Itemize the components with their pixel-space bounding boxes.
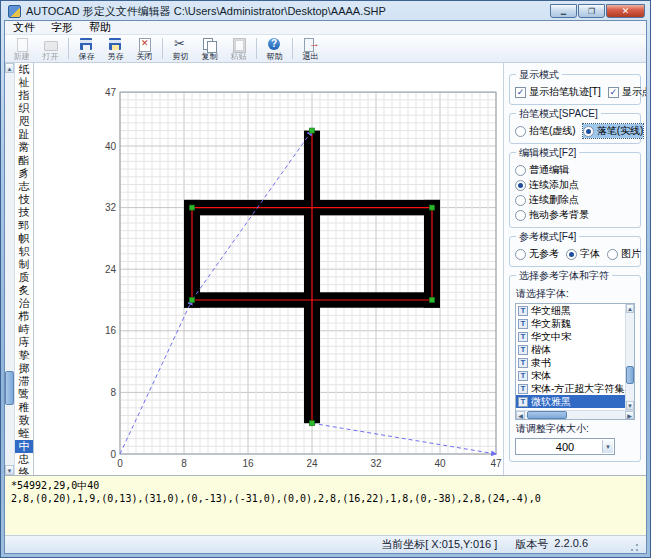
char-list-item[interactable]: 帜: [15, 232, 33, 245]
menu-item[interactable]: 帮助: [81, 21, 119, 35]
shape-code-editor[interactable]: *54992,29,0中40 2,8,(0,20),1,9,(0,13),(31…: [5, 475, 646, 535]
app-window: AUTOCAD 形定义文件编辑器 C:\Users\Administrator\…: [0, 0, 651, 558]
scrollbar-thumb[interactable]: [5, 371, 14, 405]
close-file-button[interactable]: 关闭: [130, 35, 159, 62]
glyph-canvas[interactable]: 008816162424323240404747: [34, 63, 503, 475]
scroll-right-icon[interactable]: ▶: [625, 411, 634, 419]
char-list-item[interactable]: 酯: [15, 154, 33, 167]
char-list-item[interactable]: 挚: [15, 349, 33, 362]
scroll-up-icon[interactable]: ▲: [626, 304, 634, 313]
char-list-item[interactable]: 治: [15, 297, 33, 310]
char-list-item[interactable]: 中: [15, 440, 33, 453]
close-button[interactable]: [606, 4, 645, 18]
radio-option[interactable]: 抬笔(虚线): [515, 124, 576, 138]
copy-button[interactable]: 复制: [195, 35, 224, 62]
truetype-icon: T: [518, 397, 528, 407]
title-bar[interactable]: AUTOCAD 形定义文件编辑器 C:\Users\Administrator\…: [4, 1, 647, 20]
char-list-item[interactable]: 织: [15, 102, 33, 115]
font-list-hscrollbar[interactable]: ◀ ▶: [516, 410, 634, 419]
font-list-item[interactable]: T宋体-方正超大字符集: [516, 382, 625, 395]
radio-option[interactable]: 无参考: [515, 247, 559, 261]
scrollbar-track[interactable]: [525, 411, 625, 419]
radio-option[interactable]: 字体: [566, 247, 600, 261]
menu-item[interactable]: 文件: [5, 21, 43, 35]
font-size-input[interactable]: 400 ▼: [515, 438, 615, 455]
cut-button[interactable]: 剪切: [166, 35, 195, 62]
truetype-icon: T: [518, 384, 528, 394]
minimize-button[interactable]: [550, 4, 577, 18]
svg-text:16: 16: [105, 325, 117, 336]
font-list-item[interactable]: T华文中宋: [516, 330, 625, 343]
save-as-button[interactable]: 另存: [101, 35, 130, 62]
character-list-scrollbar[interactable]: ▲ ▼: [5, 63, 15, 475]
char-list-item[interactable]: 忮: [15, 193, 33, 206]
char-list-item[interactable]: 栉: [15, 310, 33, 323]
char-list-item[interactable]: 黹: [15, 141, 33, 154]
font-size-value: 400: [556, 441, 574, 453]
char-list-item[interactable]: 郅: [15, 219, 33, 232]
checkbox-icon: ✓: [515, 87, 526, 98]
scroll-up-icon[interactable]: ▲: [5, 63, 14, 73]
char-list-item[interactable]: 趾: [15, 128, 33, 141]
help-button[interactable]: 帮助: [260, 35, 289, 62]
char-list-item[interactable]: 忠: [15, 453, 33, 466]
option-label: 落笔(实线): [597, 124, 644, 138]
radio-option[interactable]: 连续添加点: [515, 178, 635, 192]
radio-icon: [515, 249, 526, 260]
char-list-item[interactable]: 骘: [15, 388, 33, 401]
font-list-scrollbar[interactable]: ▲ ▼: [625, 304, 634, 410]
char-list-item[interactable]: 制: [15, 258, 33, 271]
radio-option[interactable]: 拖动参考背景: [515, 208, 635, 222]
char-list-item[interactable]: 致: [15, 414, 33, 427]
option-label: 显示点[X]: [622, 85, 646, 99]
char-list-item[interactable]: 峙: [15, 323, 33, 336]
spinner-dropdown-icon[interactable]: ▼: [602, 440, 613, 453]
char-list-item[interactable]: 志: [15, 180, 33, 193]
font-list-item[interactable]: T华文新魏: [516, 317, 625, 330]
scrollbar-thumb[interactable]: [527, 411, 567, 419]
scrollbar-thumb[interactable]: [626, 366, 634, 384]
checkbox-option[interactable]: ✓显示点[X]: [608, 85, 646, 99]
char-list-item[interactable]: 掷: [15, 362, 33, 375]
open-folder-icon: [43, 37, 58, 52]
window-controls: [550, 4, 645, 18]
char-list-item[interactable]: 轵: [15, 245, 33, 258]
resize-grip[interactable]: [628, 541, 640, 553]
scroll-down-icon[interactable]: ▼: [5, 465, 14, 475]
char-list-item[interactable]: 纸: [15, 63, 33, 76]
svg-text:8: 8: [110, 387, 116, 398]
char-list-item[interactable]: 炙: [15, 284, 33, 297]
toolbar: 新建打开保存另存关闭剪切复制粘贴帮助退出: [5, 35, 646, 63]
radio-option[interactable]: 落笔(实线): [583, 124, 644, 138]
font-list-item[interactable]: T宋体: [516, 369, 625, 382]
scroll-left-icon[interactable]: ◀: [516, 411, 525, 419]
char-list-item[interactable]: 祉: [15, 76, 33, 89]
save-button[interactable]: 保存: [72, 35, 101, 62]
radio-option[interactable]: 普通编辑: [515, 163, 635, 177]
char-list-item[interactable]: 稚: [15, 401, 33, 414]
radio-option[interactable]: 图片: [607, 247, 641, 261]
font-list-item[interactable]: T隶书: [516, 356, 625, 369]
menu-item[interactable]: 字形: [43, 21, 81, 35]
char-list-item[interactable]: 指: [15, 89, 33, 102]
svg-text:32: 32: [370, 458, 382, 469]
char-list-item[interactable]: 豸: [15, 167, 33, 180]
scrollbar-track[interactable]: [626, 313, 634, 401]
checkbox-option[interactable]: ✓显示抬笔轨迹[T]: [515, 85, 601, 99]
char-list-item[interactable]: 咫: [15, 115, 33, 128]
char-list-item[interactable]: 滞: [15, 375, 33, 388]
font-list-item[interactable]: T微软雅黑: [516, 395, 625, 408]
scroll-down-icon[interactable]: ▼: [626, 401, 634, 410]
char-list-item[interactable]: 质: [15, 271, 33, 284]
maximize-button[interactable]: [578, 4, 605, 18]
font-list-item[interactable]: T华文细黑: [516, 304, 625, 317]
char-list-item[interactable]: 蛭: [15, 427, 33, 440]
char-list-item[interactable]: 庤: [15, 336, 33, 349]
char-list-item[interactable]: 终: [15, 466, 33, 475]
checkbox-icon: ✓: [608, 87, 619, 98]
scrollbar-track[interactable]: [5, 73, 14, 465]
font-list-item[interactable]: T楷体: [516, 343, 625, 356]
exit-button[interactable]: 退出: [296, 35, 325, 62]
char-list-item[interactable]: 技: [15, 206, 33, 219]
radio-option[interactable]: 连续删除点: [515, 193, 635, 207]
